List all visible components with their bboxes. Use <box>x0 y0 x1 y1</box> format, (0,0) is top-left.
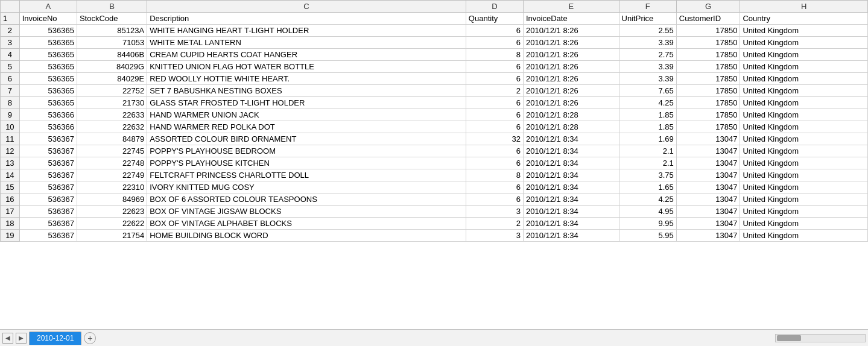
cell-1e[interactable]: InvoiceDate <box>524 13 619 25</box>
cell-2g[interactable]: 17850 <box>676 25 740 37</box>
cell-6a[interactable]: 536365 <box>19 73 77 85</box>
cell-14h[interactable]: United Kingdom <box>740 169 868 181</box>
cell-16b[interactable]: 84969 <box>77 193 147 206</box>
cell-6e[interactable]: 2010/12/1 8:26 <box>524 73 619 85</box>
cell-3d[interactable]: 6 <box>466 37 523 49</box>
cell-5f[interactable]: 3.39 <box>619 61 676 73</box>
cell-8d[interactable]: 6 <box>466 97 523 109</box>
cell-5c[interactable]: KNITTED UNION FLAG HOT WATER BOTTLE <box>147 61 466 73</box>
cell-8f[interactable]: 4.25 <box>619 97 676 109</box>
cell-2b[interactable]: 85123A <box>77 25 147 37</box>
cell-3a[interactable]: 536365 <box>19 37 77 49</box>
cell-10e[interactable]: 2010/12/1 8:28 <box>524 121 619 133</box>
cell-7d[interactable]: 2 <box>466 85 523 97</box>
col-header-e[interactable]: E <box>524 1 619 13</box>
cell-11g[interactable]: 13047 <box>676 133 740 145</box>
cell-19d[interactable]: 3 <box>466 230 523 242</box>
cell-4a[interactable]: 536365 <box>19 49 77 61</box>
cell-17h[interactable]: United Kingdom <box>740 206 868 218</box>
cell-3b[interactable]: 71053 <box>77 37 147 49</box>
cell-1h[interactable]: Country <box>740 13 868 25</box>
cell-4c[interactable]: CREAM CUPID HEARTS COAT HANGER <box>147 49 466 61</box>
cell-1g[interactable]: CustomerID <box>676 13 740 25</box>
cell-7b[interactable]: 22752 <box>77 85 147 97</box>
cell-9d[interactable]: 6 <box>466 109 523 121</box>
cell-14f[interactable]: 3.75 <box>619 169 676 181</box>
cell-17g[interactable]: 13047 <box>676 206 740 218</box>
cell-4h[interactable]: United Kingdom <box>740 49 868 61</box>
cell-17d[interactable]: 3 <box>466 206 523 218</box>
cell-2c[interactable]: WHITE HANGING HEART T-LIGHT HOLDER <box>147 25 466 37</box>
cell-6d[interactable]: 6 <box>466 73 523 85</box>
cell-19e[interactable]: 2010/12/1 8:34 <box>524 230 619 242</box>
cell-4g[interactable]: 17850 <box>676 49 740 61</box>
cell-14d[interactable]: 8 <box>466 169 523 181</box>
cell-18f[interactable]: 9.95 <box>619 218 676 230</box>
cell-10c[interactable]: HAND WARMER RED POLKA DOT <box>147 121 466 133</box>
cell-13g[interactable]: 13047 <box>676 157 740 169</box>
cell-19c[interactable]: HOME BUILDING BLOCK WORD <box>147 230 466 242</box>
cell-8e[interactable]: 2010/12/1 8:26 <box>524 97 619 109</box>
cell-12e[interactable]: 2010/12/1 8:34 <box>524 145 619 157</box>
cell-6b[interactable]: 84029E <box>77 73 147 85</box>
cell-7e[interactable]: 2010/12/1 8:26 <box>524 85 619 97</box>
cell-8a[interactable]: 536365 <box>19 97 77 109</box>
cell-19b[interactable]: 21754 <box>77 230 147 242</box>
cell-19g[interactable]: 13047 <box>676 230 740 242</box>
cell-12c[interactable]: POPPY'S PLAYHOUSE BEDROOM <box>147 145 466 157</box>
cell-14g[interactable]: 13047 <box>676 169 740 181</box>
horizontal-scrollbar[interactable] <box>775 334 866 342</box>
cell-12h[interactable]: United Kingdom <box>740 145 868 157</box>
cell-18c[interactable]: BOX OF VINTAGE ALPHABET BLOCKS <box>147 218 466 230</box>
cell-13h[interactable]: United Kingdom <box>740 157 868 169</box>
cell-5h[interactable]: United Kingdom <box>740 61 868 73</box>
cell-13d[interactable]: 6 <box>466 157 523 169</box>
cell-12f[interactable]: 2.1 <box>619 145 676 157</box>
cell-8g[interactable]: 17850 <box>676 97 740 109</box>
cell-11d[interactable]: 32 <box>466 133 523 145</box>
cell-16e[interactable]: 2010/12/1 8:34 <box>524 193 619 206</box>
cell-6g[interactable]: 17850 <box>676 73 740 85</box>
cell-11a[interactable]: 536367 <box>19 133 77 145</box>
col-header-g[interactable]: G <box>676 1 740 13</box>
cell-4b[interactable]: 84406B <box>77 49 147 61</box>
cell-14a[interactable]: 536367 <box>19 169 77 181</box>
cell-3e[interactable]: 2010/12/1 8:26 <box>524 37 619 49</box>
cell-4d[interactable]: 8 <box>466 49 523 61</box>
cell-9g[interactable]: 17850 <box>676 109 740 121</box>
cell-17b[interactable]: 22623 <box>77 206 147 218</box>
col-header-a[interactable]: A <box>19 1 77 13</box>
cell-12a[interactable]: 536367 <box>19 145 77 157</box>
cell-15g[interactable]: 13047 <box>676 181 740 193</box>
cell-1c[interactable]: Description <box>147 13 466 25</box>
cell-19f[interactable]: 5.95 <box>619 230 676 242</box>
col-header-b[interactable]: B <box>77 1 147 13</box>
cell-2d[interactable]: 6 <box>466 25 523 37</box>
col-header-h[interactable]: H <box>740 1 868 13</box>
cell-8b[interactable]: 21730 <box>77 97 147 109</box>
cell-13b[interactable]: 22748 <box>77 157 147 169</box>
cell-15c[interactable]: IVORY KNITTED MUG COSY <box>147 181 466 193</box>
cell-7f[interactable]: 7.65 <box>619 85 676 97</box>
cell-5g[interactable]: 17850 <box>676 61 740 73</box>
cell-9a[interactable]: 536366 <box>19 109 77 121</box>
cell-3g[interactable]: 17850 <box>676 37 740 49</box>
cell-8h[interactable]: United Kingdom <box>740 97 868 109</box>
cell-14b[interactable]: 22749 <box>77 169 147 181</box>
cell-18e[interactable]: 2010/12/1 8:34 <box>524 218 619 230</box>
cell-6c[interactable]: RED WOOLLY HOTTIE WHITE HEART. <box>147 73 466 85</box>
cell-9h[interactable]: United Kingdom <box>740 109 868 121</box>
cell-11b[interactable]: 84879 <box>77 133 147 145</box>
cell-6h[interactable]: United Kingdom <box>740 73 868 85</box>
cell-7h[interactable]: United Kingdom <box>740 85 868 97</box>
cell-10a[interactable]: 536366 <box>19 121 77 133</box>
cell-16f[interactable]: 4.25 <box>619 193 676 206</box>
cell-13a[interactable]: 536367 <box>19 157 77 169</box>
cell-16c[interactable]: BOX OF 6 ASSORTED COLOUR TEASPOONS <box>147 193 466 206</box>
cell-4f[interactable]: 2.75 <box>619 49 676 61</box>
cell-12g[interactable]: 13047 <box>676 145 740 157</box>
cell-15b[interactable]: 22310 <box>77 181 147 193</box>
cell-10b[interactable]: 22632 <box>77 121 147 133</box>
cell-18g[interactable]: 13047 <box>676 218 740 230</box>
cell-15a[interactable]: 536367 <box>19 181 77 193</box>
